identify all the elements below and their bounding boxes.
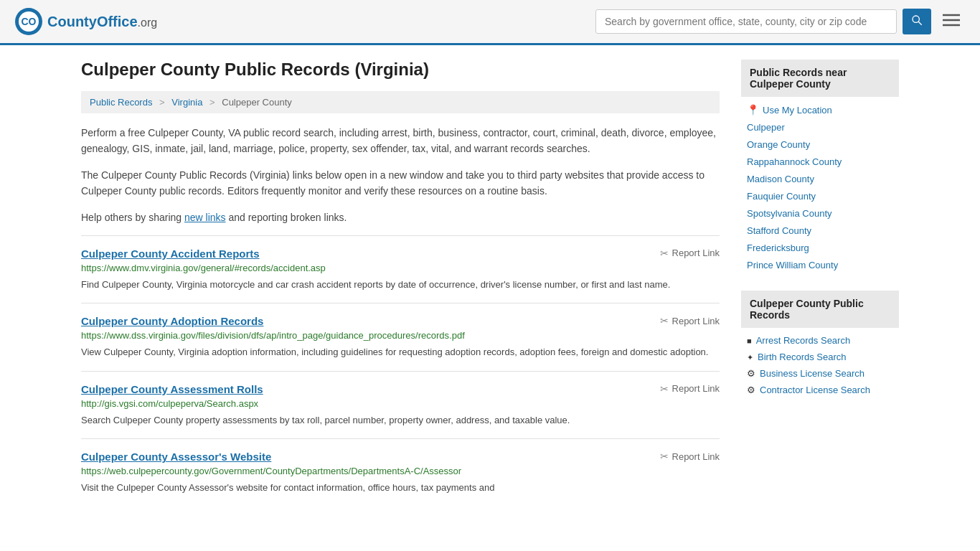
record-entry-3: Culpeper County Assessor's Website Repor…: [81, 438, 720, 507]
nearby-list-item-2: Rappahannock County: [741, 153, 899, 170]
use-location-item[interactable]: 📍 Use My Location: [741, 101, 899, 118]
breadcrumb-sep-1: >: [159, 97, 165, 108]
square-icon-0: [747, 335, 752, 346]
pin-icon: 📍: [747, 104, 759, 116]
nearby-list-item-8: Prince William County: [741, 256, 899, 273]
search-input[interactable]: [595, 9, 897, 34]
svg-point-3: [913, 16, 919, 22]
record-entry-2: Culpeper County Assessment Rolls Report …: [81, 371, 720, 439]
use-location-link[interactable]: Use My Location: [763, 105, 832, 116]
nearby-link-4[interactable]: Fauquier County: [747, 191, 816, 202]
nearby-link-1[interactable]: Orange County: [747, 139, 810, 150]
nearby-header: Public Records near Culpeper County: [741, 60, 899, 97]
public-records-link-0[interactable]: Arrest Records Search: [756, 335, 851, 346]
breadcrumb-sep-2: >: [209, 97, 215, 108]
description-1: Perform a free Culpeper County, VA publi…: [81, 125, 720, 157]
public-records-section: Culpeper County Public Records Arrest Re…: [741, 291, 899, 401]
logo[interactable]: CO CountyOffice.org: [14, 7, 157, 36]
record-desc-2: Search Culpeper County property assessme…: [81, 413, 720, 428]
nearby-list-item-4: Fauquier County: [741, 187, 899, 204]
hamburger-icon: [943, 14, 960, 27]
content-area: Culpeper County Public Records (Virginia…: [81, 60, 720, 507]
record-url-2[interactable]: http://gis.vgsi.com/culpeperva/Search.as…: [81, 398, 720, 409]
record-url-3[interactable]: https://web.culpepercounty.gov/Governmen…: [81, 466, 720, 476]
search-area: [595, 9, 966, 34]
record-url-0[interactable]: https://www.dmv.virginia.gov/general/#re…: [81, 263, 720, 273]
sidebar: Public Records near Culpeper County 📍 Us…: [741, 60, 899, 507]
nearby-link-8[interactable]: Prince William County: [747, 260, 838, 270]
report-link-btn-0[interactable]: Report Link: [660, 248, 720, 259]
nearby-list-item-7: Fredericksburg: [741, 239, 899, 256]
record-title-3[interactable]: Culpeper County Assessor's Website: [81, 451, 271, 463]
report-link-btn-2[interactable]: Report Link: [660, 383, 720, 395]
nearby-link-7[interactable]: Fredericksburg: [747, 242, 809, 253]
public-records-item-1: Birth Records Search: [741, 349, 899, 365]
record-url-1[interactable]: https://www.dss.virginia.gov/files/divis…: [81, 330, 720, 341]
menu-button[interactable]: [937, 11, 966, 33]
record-desc-0: Find Culpeper County, Virginia motorcycl…: [81, 278, 720, 292]
record-title-0[interactable]: Culpeper County Accident Reports: [81, 248, 260, 260]
nearby-link-2[interactable]: Rappahannock County: [747, 156, 842, 167]
breadcrumb-virginia[interactable]: Virginia: [171, 97, 202, 108]
scissors-icon-2: [660, 383, 669, 395]
gear-icon-2: [747, 368, 755, 379]
record-entry-0: Culpeper County Accident Reports Report …: [81, 235, 720, 303]
public-records-item-3: Contractor License Search: [741, 382, 899, 398]
logo-text: CountyOffice.org: [47, 14, 157, 30]
page-title: Culpeper County Public Records (Virginia…: [81, 60, 720, 80]
nearby-list-item-3: Madison County: [741, 170, 899, 187]
description-2: The Culpeper County Public Records (Virg…: [81, 167, 720, 199]
record-header-0: Culpeper County Accident Reports Report …: [81, 248, 720, 260]
nearby-section: Public Records near Culpeper County 📍 Us…: [741, 60, 899, 276]
person-icon-1: [747, 352, 753, 362]
nearby-list-item-5: Spotsylvania County: [741, 204, 899, 222]
breadcrumb: Public Records > Virginia > Culpeper Cou…: [81, 91, 720, 113]
nearby-list-item-0: Culpeper: [741, 118, 899, 136]
report-link-btn-3[interactable]: Report Link: [660, 451, 720, 462]
nearby-list: 📍 Use My Location Culpeper Orange County…: [741, 98, 899, 276]
search-icon: [911, 14, 923, 26]
record-header-1: Culpeper County Adoption Records Report …: [81, 315, 720, 327]
search-button[interactable]: [903, 9, 931, 34]
nearby-list-item-6: Stafford County: [741, 222, 899, 239]
public-records-item-2: Business License Search: [741, 365, 899, 382]
nearby-link-6[interactable]: Stafford County: [747, 225, 811, 236]
gear-icon-3: [747, 385, 755, 395]
nearby-link-0[interactable]: Culpeper: [747, 122, 785, 133]
scissors-icon-0: [660, 248, 669, 259]
public-records-header: Culpeper County Public Records: [741, 291, 899, 328]
site-header: CO CountyOffice.org: [0, 0, 980, 45]
public-records-link-3[interactable]: Contractor License Search: [760, 385, 870, 395]
record-entry-1: Culpeper County Adoption Records Report …: [81, 303, 720, 371]
logo-icon: CO: [14, 7, 43, 36]
breadcrumb-public-records[interactable]: Public Records: [90, 97, 152, 108]
public-records-link-1[interactable]: Birth Records Search: [758, 352, 847, 362]
nearby-list-item-1: Orange County: [741, 136, 899, 153]
svg-text:CO: CO: [22, 16, 37, 27]
record-title-2[interactable]: Culpeper County Assessment Rolls: [81, 383, 263, 395]
public-records-list: Arrest Records Search Birth Records Sear…: [741, 329, 899, 401]
report-link-btn-1[interactable]: Report Link: [660, 315, 720, 326]
main-container: Culpeper County Public Records (Virginia…: [60, 45, 920, 521]
nearby-link-3[interactable]: Madison County: [747, 174, 814, 184]
nearby-link-5[interactable]: Spotsylvania County: [747, 208, 832, 219]
scissors-icon-3: [660, 451, 669, 462]
record-header-3: Culpeper County Assessor's Website Repor…: [81, 451, 720, 463]
svg-line-4: [918, 22, 922, 25]
breadcrumb-current: Culpeper County: [222, 97, 292, 108]
public-records-item-0: Arrest Records Search: [741, 332, 899, 349]
new-links-link[interactable]: new links: [184, 212, 226, 223]
record-desc-3: Visit the Culpeper County Assessor's web…: [81, 481, 720, 495]
description-3: Help others by sharing new links and rep…: [81, 209, 720, 225]
record-header-2: Culpeper County Assessment Rolls Report …: [81, 383, 720, 395]
scissors-icon-1: [660, 315, 669, 326]
record-title-1[interactable]: Culpeper County Adoption Records: [81, 315, 263, 327]
record-desc-1: View Culpeper County, Virginia adoption …: [81, 345, 720, 359]
public-records-link-2[interactable]: Business License Search: [760, 368, 864, 379]
